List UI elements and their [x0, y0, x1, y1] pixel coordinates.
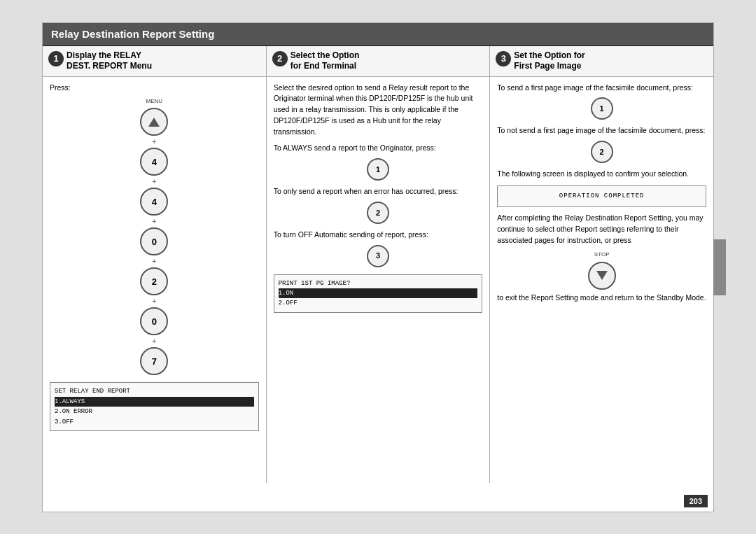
col2-body: Select the desired option to send a Rela…: [267, 77, 491, 483]
step3-header: 3 Set the Option for First Page Image: [490, 46, 713, 76]
col2-menu-line2: 1.ON: [279, 288, 478, 298]
col3-text1: To send a first page image of the facsim…: [497, 83, 706, 94]
step3-number: 3: [496, 51, 511, 66]
step1-line2: DEST. REPORT Menu: [66, 61, 152, 72]
step1-header: 1 Display the RELAY DEST. REPORT Menu: [43, 46, 267, 76]
columns-body: Press: MENU + 4 + 4 + 0 + 2 + 0 + 7 SET …: [43, 77, 713, 483]
page-number: 203: [684, 495, 708, 507]
sidebar-tab: [713, 239, 726, 295]
col3-body: To send a first page image of the facsim…: [490, 77, 713, 483]
menu-button[interactable]: [140, 108, 168, 136]
col2-menu-line1: PRINT 1ST PG IMAGE?: [279, 279, 478, 288]
menu-label: MENU: [50, 97, 259, 106]
step2-heading: Select the Option for End Terminal: [290, 50, 360, 72]
col2-text3: To only send a report when an error has …: [274, 186, 483, 197]
step2-line2: for End Terminal: [290, 61, 360, 72]
step3-line1: Set the Option for: [514, 50, 584, 62]
title-text: Relay Destination Report Setting: [51, 28, 214, 40]
col3-text2: To not send a first page image of the fa…: [497, 125, 706, 136]
column-headers: 1 Display the RELAY DEST. REPORT Menu 2 …: [43, 46, 713, 77]
col2-btn3[interactable]: 3: [367, 245, 389, 267]
menu-line2-highlighted: 1.ALWAYS: [55, 397, 254, 407]
page-title: Relay Destination Report Setting: [43, 23, 713, 46]
col2-text4: To turn OFF Automatic sending of report,…: [274, 230, 483, 241]
operation-completed-box: OPERATION COMPLETED: [497, 185, 706, 208]
col2-menu-line3: 2.OFF: [279, 298, 478, 308]
triangle-up-icon: [148, 118, 160, 127]
stop-label: STOP: [497, 251, 706, 259]
stop-triangle-icon: [596, 271, 608, 280]
col2-text1: Select the desired option to send a Rela…: [274, 83, 483, 138]
step1-heading: Display the RELAY DEST. REPORT Menu: [66, 50, 152, 72]
col3-text5: to exit the Report Setting mode and retu…: [497, 293, 706, 304]
col2-btn1[interactable]: 1: [367, 158, 389, 181]
col1-body: Press: MENU + 4 + 4 + 0 + 2 + 0 + 7 SET …: [43, 77, 267, 483]
col2-menu-screen: PRINT 1ST PG IMAGE? 1.ON 2.OFF: [274, 274, 483, 313]
menu-line3: 2.ON ERROR: [55, 407, 254, 416]
btn-0-second[interactable]: 0: [140, 307, 168, 335]
step2-header: 2 Select the Option for End Terminal: [267, 46, 491, 76]
btn-0-first[interactable]: 0: [140, 227, 168, 255]
col3-text4: After completing the Relay Destination R…: [497, 213, 706, 246]
btn-4-second[interactable]: 4: [140, 188, 168, 216]
page-container: Relay Destination Report Setting 1 Displ…: [42, 22, 714, 512]
step1-number: 1: [48, 51, 64, 66]
col3-btn1[interactable]: 1: [591, 97, 613, 120]
btn-2[interactable]: 2: [140, 267, 168, 295]
step1-line1: Display the RELAY: [66, 50, 152, 62]
col3-btn2[interactable]: 2: [591, 141, 613, 163]
menu-line4: 3.OFF: [55, 417, 254, 427]
btn-4-first[interactable]: 4: [140, 148, 168, 176]
step3-heading: Set the Option for First Page Image: [514, 50, 584, 72]
menu-line1: SET RELAY END REPORT: [55, 386, 254, 396]
step2-line1: Select the Option: [290, 50, 360, 62]
col2-text2: To ALWAYS send a report to the Originato…: [274, 143, 483, 154]
btn-7[interactable]: 7: [140, 347, 168, 375]
col3-text3: The following screen is displayed to con…: [497, 169, 706, 180]
col2-btn2[interactable]: 2: [367, 202, 389, 224]
stop-button[interactable]: [588, 262, 616, 290]
col1-menu-screen: SET RELAY END REPORT 1.ALWAYS 2.ON ERROR…: [50, 382, 259, 431]
press-label: Press:: [50, 83, 259, 94]
step3-line2: First Page Image: [514, 61, 584, 72]
operation-completed-text: OPERATION COMPLETED: [559, 192, 645, 199]
step2-number: 2: [272, 51, 288, 66]
